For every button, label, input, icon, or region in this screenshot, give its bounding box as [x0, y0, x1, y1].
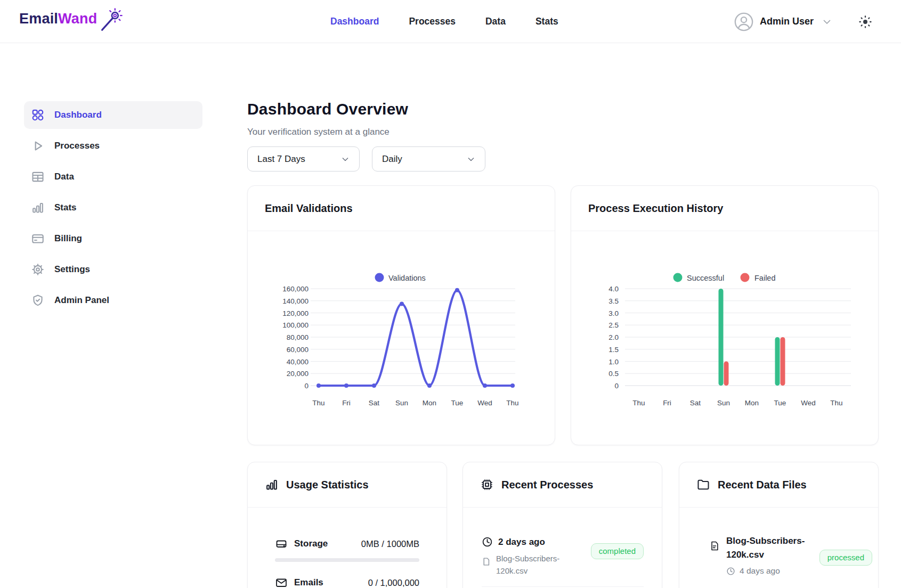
card-title: Usage Statistics — [286, 479, 369, 491]
granularity-select[interactable]: Daily — [372, 146, 485, 172]
data-point — [510, 383, 515, 388]
email-validations-chart[interactable]: 020,00040,00060,00080,000100,000120,0001… — [248, 231, 555, 445]
data-point — [400, 301, 404, 306]
data-point — [372, 383, 376, 388]
legend-item-validations[interactable]: Validations — [375, 273, 426, 282]
gear-icon — [30, 263, 45, 277]
bar-chart-icon — [30, 201, 45, 215]
x-tick-label: Thu — [506, 399, 518, 407]
main-nav: Dashboard Processes Data Stats — [330, 0, 558, 43]
list-divider — [482, 586, 644, 587]
sidebar-label: Settings — [54, 264, 90, 275]
y-tick-label: 0 — [614, 382, 619, 390]
file-icon — [482, 557, 491, 566]
chart-canvas: 00.51.01.52.02.53.03.54.0ThuFriSatSunMon… — [571, 231, 878, 445]
page-title: Dashboard Overview — [247, 100, 408, 118]
nav-item-data[interactable]: Data — [485, 16, 506, 27]
envelope-icon — [275, 576, 288, 588]
x-tick-label: Sat — [369, 399, 380, 407]
y-tick-label: 1.5 — [608, 346, 619, 354]
user-menu[interactable]: Admin User — [734, 12, 833, 32]
data-point — [427, 383, 432, 388]
logo-part-wand: Wand — [58, 11, 97, 27]
sun-icon — [858, 14, 873, 29]
sidebar-label: Dashboard — [54, 110, 102, 120]
x-tick-label: Sat — [690, 399, 701, 407]
x-tick-label: Tue — [774, 399, 786, 407]
nav-item-stats[interactable]: Stats — [535, 16, 558, 27]
clock-icon — [726, 567, 735, 576]
usage-row-emails: Emails 0 / 1,000,000 — [275, 576, 419, 588]
shield-check-icon — [30, 293, 45, 308]
legend-item-successful[interactable]: Successful — [673, 273, 725, 282]
sidebar-label: Data — [54, 172, 74, 182]
legend-label: Successful — [687, 274, 724, 282]
x-tick-label: Mon — [745, 399, 759, 407]
legend-dot — [375, 273, 384, 282]
page-subtitle: Your verification system at a glance — [247, 127, 389, 137]
usage-statistics-card: Usage Statistics Storage 0MB / 1000MB — [247, 462, 447, 588]
email-validations-card: Email Validations 020,00040,00060,00080,… — [247, 185, 555, 445]
y-tick-label: 100,000 — [282, 321, 309, 329]
sidebar-item-dashboard[interactable]: Dashboard — [24, 101, 202, 129]
data-point — [483, 383, 487, 388]
x-tick-label: Fri — [342, 399, 351, 407]
credit-card-icon — [30, 232, 45, 246]
sidebar-item-data[interactable]: Data — [24, 163, 202, 191]
card-title: Recent Data Files — [718, 479, 807, 491]
y-tick-label: 2.0 — [608, 333, 619, 341]
card-header: Process Execution History — [571, 186, 878, 231]
sidebar-item-stats[interactable]: Stats — [24, 194, 202, 222]
process-history-card: Process Execution History 00.51.01.52.02… — [571, 185, 879, 445]
table-icon — [30, 170, 45, 184]
data-point — [455, 288, 459, 292]
usage-value: 0MB / 1000MB — [361, 539, 419, 549]
nav-item-processes[interactable]: Processes — [409, 16, 456, 27]
usage-label: Emails — [294, 577, 323, 588]
sidebar-item-processes[interactable]: Processes — [24, 132, 202, 160]
date-range-select[interactable]: Last 7 Days — [247, 146, 360, 172]
theme-toggle-button[interactable] — [858, 14, 873, 29]
recent-data-files-card: Recent Data Files Blog-Subscribers-120k.… — [679, 462, 879, 588]
sidebar: Dashboard Processes Data — [24, 101, 202, 317]
app-logo-text: EmailWand — [19, 11, 97, 27]
legend-item-failed[interactable]: Failed — [741, 273, 776, 282]
x-tick-label: Sun — [395, 399, 408, 407]
app-logo[interactable]: EmailWand — [19, 11, 123, 33]
x-tick-label: Tue — [451, 399, 464, 407]
sidebar-item-billing[interactable]: Billing — [24, 225, 202, 252]
process-status-badge: completed — [591, 543, 644, 559]
sidebar-label: Billing — [54, 233, 82, 244]
y-tick-label: 0.5 — [608, 370, 619, 378]
magic-wand-icon — [98, 6, 123, 33]
y-tick-label: 60,000 — [287, 346, 309, 354]
sidebar-item-admin-panel[interactable]: Admin Panel — [24, 287, 202, 314]
card-title: Process Execution History — [588, 202, 723, 215]
card-title: Email Validations — [265, 202, 353, 215]
bar-failed — [781, 337, 785, 386]
folder-icon — [696, 478, 710, 492]
x-tick-label: Mon — [423, 399, 436, 407]
top-navbar: EmailWand Dashboar — [0, 0, 901, 43]
storage-progress-bar — [275, 558, 419, 562]
usage-label: Storage — [294, 538, 328, 549]
bar-failed — [724, 362, 729, 386]
sidebar-label: Admin Panel — [54, 295, 109, 306]
sidebar-label: Processes — [54, 141, 100, 151]
card-header: Email Validations — [248, 186, 555, 231]
file-text-icon — [709, 541, 720, 551]
date-range-value: Last 7 Days — [257, 154, 305, 165]
chevron-down-icon — [340, 154, 351, 165]
usage-row-storage: Storage 0MB / 1000MB — [275, 537, 419, 550]
nav-item-dashboard[interactable]: Dashboard — [330, 16, 379, 27]
data-point — [344, 383, 348, 388]
recent-file-item[interactable]: Blog-Subscribers-120k.csv 4 days ago pro… — [679, 508, 878, 576]
y-tick-label: 160,000 — [282, 285, 309, 293]
card-header: Recent Data Files — [679, 462, 878, 508]
x-tick-label: Fri — [663, 399, 671, 407]
y-tick-label: 0 — [304, 382, 309, 390]
recent-process-item[interactable]: 2 days ago Blog-Subscribers-120k.csv com… — [463, 508, 662, 587]
x-tick-label: Thu — [632, 399, 645, 407]
sidebar-item-settings[interactable]: Settings — [24, 256, 202, 283]
process-history-chart[interactable]: 00.51.01.52.02.53.03.54.0ThuFriSatSunMon… — [571, 231, 878, 445]
